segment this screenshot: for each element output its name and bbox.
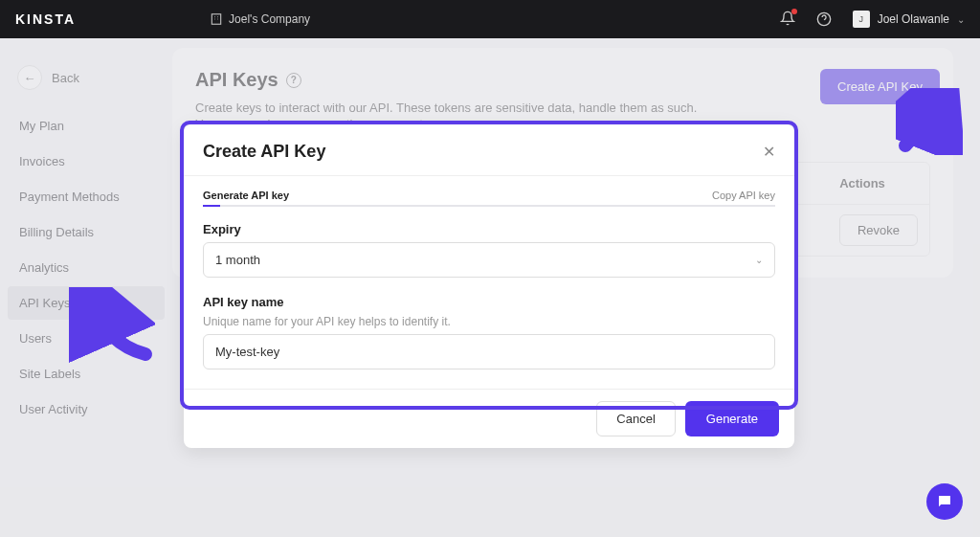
step-progress-bar xyxy=(203,205,775,207)
expiry-dropdown[interactable]: 1 month ⌄ xyxy=(203,242,775,278)
user-menu[interactable]: J Joel Olawanle ⌄ xyxy=(853,11,965,28)
avatar: J xyxy=(853,11,870,28)
close-icon: ✕ xyxy=(763,144,775,160)
company-selector[interactable]: Joel's Company xyxy=(210,12,310,26)
expiry-value: 1 month xyxy=(215,253,260,267)
logo: KINSTA xyxy=(15,11,76,27)
close-button[interactable]: ✕ xyxy=(763,143,775,161)
building-icon xyxy=(210,12,223,26)
notifications-button[interactable] xyxy=(780,11,795,29)
create-api-key-modal: Create API Key ✕ Generate API key Copy A… xyxy=(184,124,794,448)
chevron-down-icon: ⌄ xyxy=(755,255,763,265)
api-key-name-input[interactable] xyxy=(203,334,775,369)
notification-dot-icon xyxy=(791,9,797,14)
api-key-name-label: API key name xyxy=(203,295,775,309)
chat-widget-button[interactable] xyxy=(926,483,963,520)
generate-button[interactable]: Generate xyxy=(685,401,779,436)
chevron-down-icon: ⌄ xyxy=(957,14,965,25)
modal-title: Create API Key xyxy=(203,142,325,162)
help-icon[interactable] xyxy=(816,11,832,27)
company-name: Joel's Company xyxy=(229,12,310,26)
svg-rect-0 xyxy=(212,14,220,25)
api-key-name-hint: Unique name for your API key helps to id… xyxy=(203,315,775,328)
expiry-label: Expiry xyxy=(203,222,775,236)
topbar: KINSTA Joel's Company J Joel Olawanle ⌄ xyxy=(0,0,980,38)
step-copy: Copy API key xyxy=(712,190,775,201)
user-name: Joel Olawanle xyxy=(878,12,949,26)
step-generate: Generate API key xyxy=(203,190,289,201)
cancel-button[interactable]: Cancel xyxy=(596,401,675,436)
chat-icon xyxy=(936,493,953,510)
